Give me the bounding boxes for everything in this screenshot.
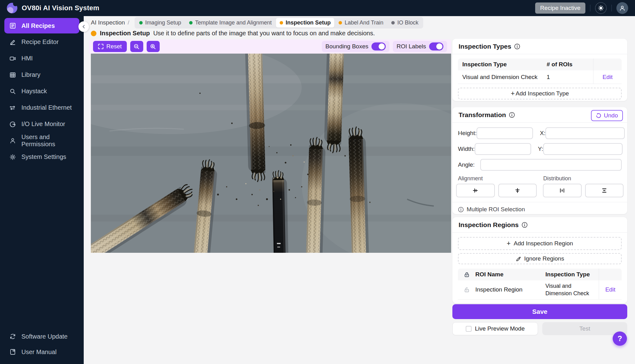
user-icon (619, 5, 626, 11)
roi-labels-label: ROI Labels (397, 43, 426, 50)
width-label: Width: (458, 146, 475, 152)
angle-input[interactable] (480, 159, 622, 171)
zoom-in-icon (150, 44, 156, 50)
width-input[interactable] (475, 143, 531, 155)
sidebar-item-recipe-editor[interactable]: Recipe Editor (0, 34, 84, 50)
app-title: OV80i AI Vision System (22, 4, 99, 12)
search-icon (9, 88, 16, 95)
inspection-types-header: Inspection Types (452, 39, 627, 54)
save-button[interactable]: Save (452, 304, 627, 319)
sidebar-item-user-manual[interactable]: User Manual (0, 344, 84, 360)
distribute-vertical-button[interactable] (585, 184, 624, 197)
undo-button[interactable]: Undo (591, 110, 623, 121)
plus-icon: + (507, 240, 511, 247)
tab-template-image-alignment[interactable]: Template Image and Alignment (185, 18, 275, 28)
sidebar-item-all-recipes[interactable]: All Recipes (4, 18, 79, 33)
add-inspection-type-button[interactable]: + Add Inspection Type (458, 88, 622, 99)
sidebar-item-system-settings[interactable]: System Settings (0, 149, 84, 165)
inspection-regions-card: Inspection Regions + Add Inspection Regi… (452, 217, 627, 303)
info-icon (458, 207, 464, 213)
multiple-roi-note-label: Multiple ROI Selection (467, 206, 525, 213)
add-inspection-type-label: Add Inspection Type (516, 90, 569, 97)
camera-icon (9, 55, 16, 62)
breadcrumb-root[interactable]: AI Inspection (91, 19, 125, 26)
zoom-out-button[interactable] (130, 41, 143, 52)
bounding-boxes-label: Bounding Boxes (326, 43, 368, 50)
refresh-icon (9, 333, 16, 340)
switch-knob (436, 43, 442, 50)
inspection-types-title: Inspection Types (459, 43, 511, 50)
user-avatar-button[interactable] (616, 2, 628, 14)
tab-io-block[interactable]: IO Block (388, 18, 422, 28)
switch-knob (379, 43, 385, 50)
table-header-row: Inspection Type # of ROIs (458, 59, 622, 70)
help-button[interactable]: ? (613, 331, 627, 346)
info-icon[interactable] (509, 112, 515, 118)
topbar: OV80i AI Vision System Recipe Inactive (0, 0, 635, 16)
sidebar-item-label: HMI (21, 55, 33, 62)
question-mark-icon: ? (618, 334, 622, 343)
step-status-dot (91, 31, 96, 36)
live-preview-mode-button[interactable]: Live Preview Mode (452, 322, 538, 335)
step-name: Inspection Setup (100, 30, 150, 37)
book-icon (9, 349, 16, 355)
align-horizontal-center-button[interactable] (456, 184, 495, 197)
reset-view-button[interactable]: Reset (93, 41, 127, 52)
sidebar-item-label: Recipe Editor (21, 38, 59, 46)
align-vertical-center-button[interactable] (498, 184, 537, 197)
tab-label: Template Image and Alignment (195, 20, 272, 26)
io-monitor-icon (9, 121, 16, 128)
column-actions (593, 59, 622, 70)
add-inspection-region-button[interactable]: + Add Inspection Region (458, 237, 622, 250)
app-root: { "topbar": { "title": "OV80i AI Vision … (0, 0, 635, 364)
inspection-image (91, 54, 451, 253)
zoom-in-button[interactable] (147, 41, 160, 52)
inspection-type-name: Visual and Dimension Check (458, 74, 547, 81)
sidebar-item-users-permissions[interactable]: Users and Permissions (0, 132, 84, 149)
roi-labels-switch[interactable] (429, 42, 443, 50)
tab-status-dot (339, 21, 342, 24)
inspection-types-card: Inspection Types Inspection Type # of RO… (452, 39, 627, 101)
sidebar-collapse-button[interactable] (78, 21, 89, 32)
info-icon[interactable] (522, 222, 528, 228)
live-preview-checkbox[interactable] (466, 326, 472, 332)
highlighter-icon (516, 256, 521, 261)
ignore-regions-button[interactable]: Ignore Regions (458, 253, 622, 264)
breadcrumb-separator: / (128, 19, 129, 26)
tab-imaging-setup[interactable]: Imaging Setup (135, 18, 185, 28)
sidebar-item-label: All Recipes (21, 22, 55, 29)
bottom-action-row: Live Preview Mode Test (452, 322, 627, 335)
y-input[interactable] (543, 143, 623, 155)
sidebar-item-label: Software Update (21, 333, 68, 340)
add-inspection-region-label: Add Inspection Region (514, 240, 573, 247)
align-horizontal-center-icon (473, 188, 478, 193)
tab-inspection-setup[interactable]: Inspection Setup (276, 18, 334, 28)
divider (611, 5, 612, 11)
sidebar-item-io-live-monitor[interactable]: I/O Live Monitor (0, 116, 84, 132)
inspection-image-canvas[interactable] (91, 54, 451, 253)
sidebar-item-haystack[interactable]: Haystack (0, 83, 84, 99)
info-icon[interactable] (514, 43, 520, 50)
sidebar-item-hmi[interactable]: HMI (0, 50, 84, 67)
bounding-boxes-switch[interactable] (371, 42, 386, 50)
tab-label-and-train[interactable]: Label And Train (335, 18, 387, 28)
roi-name: Inspection Region (475, 286, 545, 293)
height-input[interactable] (477, 127, 533, 139)
distribute-horizontal-button[interactable] (543, 184, 582, 197)
sidebar-item-software-update[interactable]: Software Update (0, 329, 84, 344)
lock-icon (464, 272, 470, 278)
theme-toggle-button[interactable] (595, 2, 607, 14)
recipe-status-badge: Recipe Inactive (535, 2, 585, 14)
topbar-right: Recipe Inactive (535, 2, 628, 14)
undo-icon (596, 113, 601, 118)
sidebar-item-industrial-ethernet[interactable]: Industrial Ethernet (0, 99, 84, 116)
x-input[interactable] (545, 127, 625, 139)
edit-roi-link[interactable]: Edit (605, 286, 615, 293)
edit-inspection-type-link[interactable]: Edit (602, 74, 613, 81)
sidebar-item-library[interactable]: Library (0, 67, 84, 83)
column-num-rois: # of ROIs (547, 61, 593, 68)
column-actions (599, 269, 622, 280)
sidebar: All Recipes Recipe Editor HMI Library Ha… (0, 16, 84, 364)
roi-lock-cell[interactable] (458, 287, 475, 293)
inspection-regions-title: Inspection Regions (459, 221, 519, 229)
